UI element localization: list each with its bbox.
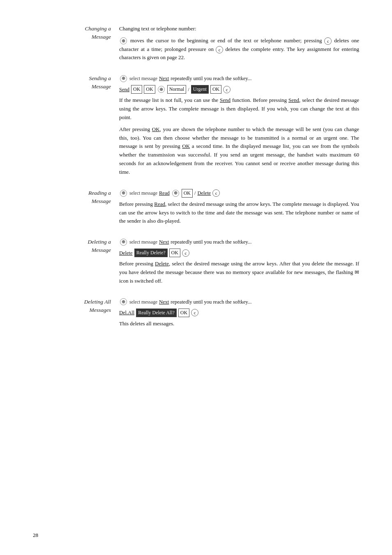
deleting-softkey-line: ⊕ select message Next repeatedly until y… (119, 238, 359, 246)
ok-key-2: OK (144, 85, 155, 94)
section-sending-message: Sending a Message ⊕ select message Next … (66, 74, 359, 180)
section-label-deleting: Deleting a Message (66, 238, 119, 255)
send-label: Send (119, 85, 129, 94)
nav-icon-reading: ⊕ (120, 190, 127, 197)
sending-softkey-line: ⊕ select message Next repeatedly until y… (119, 74, 359, 83)
section-deleting-all-messages: Deleting All Messages ⊕ select message N… (66, 298, 359, 332)
deleting-all-softkey-text: select message (129, 298, 157, 306)
section-label-reading: Reading a Message (66, 189, 119, 206)
nav-icon-sending-2: ⊕ (158, 86, 165, 93)
sending-body-1: If the message list is not full, you can… (119, 96, 359, 122)
really-delete-key: Really Delete? (134, 249, 168, 257)
deleting-body-1: Before pressing Delete, select the desir… (119, 260, 359, 285)
nav-icon-sending: ⊕ (120, 75, 127, 82)
ok-key-1: OK (131, 85, 142, 94)
nav-icon-changing: ⊕ (120, 37, 127, 44)
nav-icon-reading-2: ⊕ (172, 190, 179, 197)
reading-softkey-line: ⊕ select message Read ⊕ OK / Delete c (119, 189, 359, 198)
sending-command-line: Send OK OK ⊕ Normal / Urgent OK c (119, 85, 359, 94)
changing-body: ⊕ moves the cursor to the beginning or e… (119, 37, 359, 62)
next-key-deleting-all: Next (159, 298, 169, 306)
c-key-1: c (324, 37, 332, 45)
deleting-all-body-1: This deletes all messages. (119, 320, 359, 328)
c-key-2: c (216, 46, 223, 53)
c-key-deleting: c (182, 249, 189, 257)
ok-key-3: OK (210, 85, 221, 94)
ok-key-reading: OK (182, 189, 193, 198)
c-key-sending: c (223, 86, 231, 93)
section-body-changing: Changing text or telephone number: ⊕ mov… (119, 25, 359, 65)
nav-icon-deleting: ⊕ (120, 239, 127, 246)
next-key-label: Next (159, 74, 169, 83)
section-reading-message: Reading a Message ⊕ select message Read … (66, 189, 359, 229)
c-key-reading: c (212, 189, 220, 197)
deleting-softkey-text: select message (129, 238, 157, 246)
section-body-reading: ⊕ select message Read ⊕ OK / Delete c Be… (119, 189, 359, 229)
section-body-deleting: ⊕ select message Next repeatedly until y… (119, 238, 359, 289)
normal-key: Normal (167, 85, 187, 94)
sending-body-2: After pressing OK, you are shown the tel… (119, 125, 359, 177)
page-content: Changing a Message Changing text or tele… (66, 25, 359, 341)
deleting-all-softkey-line: ⊕ select message Next repeatedly until y… (119, 298, 359, 306)
section-label-changing: Changing a Message (66, 25, 119, 41)
next-key-deleting: Next (159, 238, 169, 246)
urgent-key: Urgent (191, 85, 209, 94)
deleting-all-command-line: Del.All Really Delete All? OK c (119, 309, 359, 317)
section-label-deleting-all: Deleting All Messages (66, 298, 119, 315)
del-all-label: Del.All (119, 309, 134, 317)
read-label: Read (159, 189, 170, 197)
page-number: 28 (33, 532, 38, 539)
deleting-command-line: Delete Really Delete? OK c (119, 249, 359, 257)
changing-intro: Changing text or telephone number: (119, 25, 359, 33)
ok-key-deleting: OK (169, 249, 180, 257)
section-label-sending: Sending a Message (66, 74, 119, 91)
nav-icon-deleting-all: ⊕ (120, 298, 127, 305)
ok-key-deleting-all: OK (178, 309, 189, 317)
c-key-deleting-all: c (191, 309, 198, 316)
delete-label-reading: Delete (198, 189, 211, 197)
section-changing-message: Changing a Message Changing text or tele… (66, 25, 359, 65)
section-deleting-message: Deleting a Message ⊕ select message Next… (66, 238, 359, 289)
section-body-sending: ⊕ select message Next repeatedly until y… (119, 74, 359, 180)
really-delete-all-key: Really Delete All? (136, 309, 177, 317)
delete-cmd-label: Delete (119, 249, 133, 257)
reading-softkey-text: select message (129, 189, 157, 197)
reading-body-1: Before pressing Read, select the desired… (119, 200, 359, 226)
sending-softkey-text: select message (129, 75, 157, 82)
section-body-deleting-all: ⊕ select message Next repeatedly until y… (119, 298, 359, 332)
